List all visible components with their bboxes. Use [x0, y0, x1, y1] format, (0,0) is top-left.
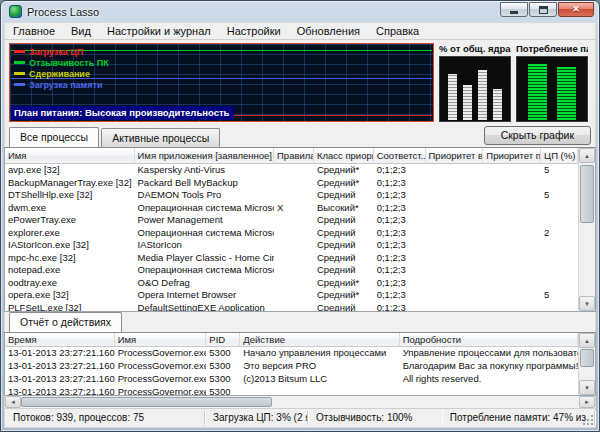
table-row[interactable]: PLFSetL.exe [32]DefaultSettingEXE Applic… [5, 302, 578, 312]
close-button[interactable]: ✕ [558, 2, 594, 17]
table-cell: All rights reserved. [400, 373, 578, 386]
table-cell: 0;1;2;3 [374, 177, 426, 190]
table-row[interactable]: mpc-hc.exe [32]Media Player Classic - Ho… [5, 252, 578, 265]
table-cell [426, 302, 484, 312]
hscroll-track[interactable] [21, 396, 579, 408]
scroll-right-icon[interactable]: ► [579, 396, 595, 408]
menu-item[interactable]: Вид [63, 23, 99, 40]
table-row[interactable]: explorer.exeОперационная система Microso… [5, 227, 578, 240]
table-cell: Средний [314, 302, 374, 312]
table-cell: 0;1;2;3 [374, 189, 426, 202]
menu-item[interactable]: Настройки [219, 23, 289, 40]
title-bar[interactable]: Process Lasso ✕ [4, 1, 596, 22]
column-header[interactable]: Имя [115, 333, 207, 347]
table-row[interactable]: 13-01-2013 23:27:21.160ProcessGovernor.e… [5, 373, 578, 386]
table-row[interactable]: IAStorIcon.exe [32]IAStorIconСредний0;1;… [5, 239, 578, 252]
table-cell [274, 177, 314, 190]
table-cell [426, 214, 484, 227]
table-row[interactable]: avp.exe [32]Kaspersky Anti-VirusСредний*… [5, 164, 578, 177]
column-header[interactable]: Приоритет па... [483, 148, 541, 164]
column-header[interactable]: Приоритет в... [426, 148, 484, 164]
report-tabs: Отчёт о действиях [4, 312, 596, 332]
table-row[interactable]: 13-01-2013 23:27:21.160ProcessGovernor.e… [5, 347, 578, 360]
column-header[interactable]: Класс приори... [314, 148, 374, 164]
table-cell: 5 [541, 164, 578, 177]
table-cell: Средний [314, 264, 374, 277]
table-row[interactable]: notepad.exeОперационная система Microso.… [5, 264, 578, 277]
table-cell [483, 277, 541, 290]
table-row[interactable]: dwm.exeОперационная система Microso...XВ… [5, 202, 578, 215]
scroll-down-icon[interactable]: ▼ [579, 380, 595, 395]
table-cell: explorer.exe [5, 227, 135, 240]
scroll-left-icon[interactable]: ◄ [5, 396, 21, 408]
gauge-bar [493, 89, 502, 120]
table-cell [483, 289, 541, 302]
minimize-button[interactable] [500, 2, 528, 17]
table-row[interactable]: oodtray.exeO&O DefragСредний*0;1;2;3 [5, 277, 578, 290]
tab-active-processes[interactable]: Активные процессы [101, 128, 220, 147]
menu-item[interactable]: Справка [368, 23, 427, 40]
scroll-track[interactable] [579, 348, 595, 380]
column-header[interactable]: Имя приложения [заявленное] [135, 148, 274, 164]
scroll-up-icon[interactable]: ▲ [579, 333, 595, 348]
table-row[interactable]: 13-01-2013 23:27:21.160ProcessGovernor.e… [5, 386, 578, 395]
status-bar: Потоков: 939, процессов: 75Загрузка ЦП: … [4, 408, 596, 428]
table-cell [541, 302, 578, 312]
resize-grip-icon[interactable] [582, 414, 594, 426]
table-row[interactable]: DTShellHlp.exe [32]DAEMON Tools ProСредн… [5, 189, 578, 202]
table-row[interactable]: opera.exe [32]Opera Internet BrowserСред… [5, 289, 578, 302]
hide-graph-button[interactable]: Скрыть график [484, 126, 591, 145]
table-cell: DTShellHlp.exe [32] [5, 189, 135, 202]
table-cell [274, 239, 314, 252]
table-cell [426, 164, 484, 177]
column-header[interactable]: Имя [5, 148, 135, 164]
scroll-track[interactable] [579, 163, 595, 296]
process-tabs: Все процессы Активные процессы Скрыть гр… [4, 124, 596, 147]
column-header[interactable]: Правила [274, 148, 314, 164]
table-cell: Операционная система Microso... [135, 227, 274, 240]
table-cell: Операционная система Microso... [135, 202, 274, 215]
status-section: Потребление памяти: 47% из [442, 411, 595, 425]
hscroll-thumb[interactable] [21, 397, 272, 407]
table-row[interactable]: 13-01-2013 23:27:21.160ProcessGovernor.e… [5, 360, 578, 373]
table-cell [426, 239, 484, 252]
report-table-scrollbar[interactable]: ▲ ▼ [578, 333, 595, 395]
table-cell [541, 177, 578, 190]
column-header[interactable]: Действие [240, 333, 399, 347]
table-cell: Средний [314, 227, 374, 240]
status-section: Загрузка ЦП: 3% (2 ядра: 4 логических) [205, 411, 308, 425]
scroll-down-icon[interactable]: ▼ [579, 296, 595, 311]
tab-all-processes[interactable]: Все процессы [9, 127, 99, 147]
window-title: Process Lasso [27, 6, 99, 18]
column-header[interactable]: Подробности [400, 333, 578, 347]
table-row[interactable]: ePowerTray.exePower ManagementСредний0;1… [5, 214, 578, 227]
menu-item[interactable]: Обновления [289, 23, 368, 40]
table-row[interactable]: BackupManagerTray.exe [32]Packard Bell M… [5, 177, 578, 190]
column-header[interactable]: Время [5, 333, 115, 347]
process-table-body: avp.exe [32]Kaspersky Anti-VirusСредний*… [5, 164, 578, 311]
table-cell [483, 264, 541, 277]
gauge-bar [528, 64, 547, 120]
table-cell: 2 [541, 227, 578, 240]
menu-item[interactable]: Главное [5, 23, 63, 40]
scroll-up-icon[interactable]: ▲ [579, 148, 595, 163]
menu-item[interactable]: Настройки и журнал [99, 23, 219, 40]
table-cell: Средний [314, 239, 374, 252]
performance-graph: Загрузка ЦПОтзывчивость ПКСдерживаниеЗаг… [9, 43, 434, 122]
table-cell: Средний [314, 252, 374, 265]
maximize-button[interactable] [529, 2, 557, 17]
table-cell: Благодарим Вас за покупку программы! [400, 360, 578, 373]
tab-action-report[interactable]: Отчёт о действиях [9, 312, 122, 332]
process-table-area: ИмяИмя приложения [заявленное]ПравилаКла… [4, 147, 596, 312]
column-header[interactable]: Соответст... [374, 148, 426, 164]
table-cell [483, 164, 541, 177]
table-cell [541, 277, 578, 290]
memory-gauge: Потребление памяти [516, 43, 588, 122]
column-header[interactable]: ЦП (%) [541, 148, 578, 164]
scroll-thumb[interactable] [580, 349, 594, 367]
process-table-scrollbar[interactable]: ▲ ▼ [578, 148, 595, 311]
table-cell [274, 277, 314, 290]
report-horizontal-scrollbar[interactable]: ◄ ► [4, 396, 596, 408]
column-header[interactable]: PID [206, 333, 240, 347]
scroll-thumb[interactable] [580, 165, 594, 223]
